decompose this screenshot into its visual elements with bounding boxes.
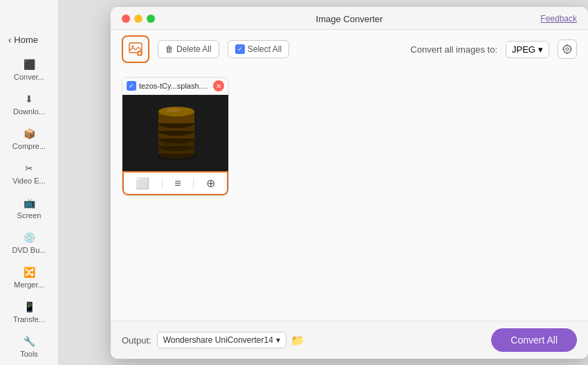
select-all-button[interactable]: ✓ Select All (228, 40, 289, 58)
tools-icon: 🔧 (22, 335, 36, 348)
window-controls (122, 15, 155, 23)
image-action-bar: ⬜ ≡ ⊕ (122, 171, 228, 195)
chevron-down-icon: ▾ (538, 44, 543, 55)
browse-folder-icon[interactable]: 📁 (291, 334, 304, 347)
divider (193, 178, 194, 189)
titlebar: Image Converter Feedback (111, 7, 588, 30)
divider (162, 178, 163, 189)
sidebar-item-home[interactable]: ‹ Home (0, 28, 58, 52)
sidebar-item-dvd[interactable]: 💿 DVD Bu... (0, 225, 58, 260)
convert-all-button[interactable]: Convert All (491, 328, 577, 352)
toolbar: 🗑 Delete All ✓ Select All Convert all im… (111, 30, 588, 69)
svg-point-25 (167, 108, 181, 112)
minimize-button[interactable] (134, 15, 143, 23)
image-converter-modal: Image Converter Feedback 🗑 Delete All ✓ (111, 7, 588, 359)
footer: Output: Wondershare UniConverter14 ▾ 📁 C… (111, 321, 588, 359)
dvd-icon: 💿 (22, 231, 36, 244)
crop-icon[interactable]: ⬜ (136, 177, 149, 190)
select-all-checkbox: ✓ (235, 44, 245, 54)
list-icon[interactable]: ≡ (174, 177, 181, 190)
sidebar-item-merger[interactable]: 🔀 Merger... (0, 260, 58, 294)
sidebar-item-screen[interactable]: 📺 Screen (0, 190, 58, 225)
coin-preview-image (149, 104, 204, 163)
output-path-selector[interactable]: Wondershare UniConverter14 ▾ (157, 332, 286, 348)
file-checkbox[interactable]: ✓ (127, 81, 136, 91)
remove-image-button[interactable]: ✕ (213, 80, 224, 91)
home-icon: ‹ (8, 35, 11, 45)
delete-all-button[interactable]: 🗑 Delete All (158, 40, 219, 58)
filename-label: tezos-tCy...splash.jpg (139, 82, 210, 90)
merger-icon: 🔀 (22, 265, 36, 279)
screen-icon: 📺 (22, 196, 36, 210)
close-button[interactable] (122, 15, 130, 23)
video-edit-icon: ✂ (22, 161, 36, 175)
add-image-button[interactable] (122, 35, 149, 63)
format-dropdown[interactable]: JPEG ▾ (506, 41, 549, 58)
main-area: Image Converter Feedback 🗑 Delete All ✓ (59, 0, 588, 365)
sidebar-item-tools[interactable]: 🔧 Tools (0, 329, 58, 364)
sidebar-item-download[interactable]: ⬇ Downlo... (0, 87, 58, 121)
svg-point-1 (132, 46, 134, 48)
trash-icon: 🗑 (165, 44, 174, 54)
image-item-card: ✓ tezos-tCy...splash.jpg ✕ (122, 77, 229, 196)
convert-icon: ⬛ (22, 57, 36, 71)
output-label: Output: (122, 335, 151, 346)
download-icon: ⬇ (22, 92, 36, 106)
maximize-button[interactable] (147, 15, 155, 23)
transfer-icon: 📱 (22, 300, 36, 314)
svg-point-4 (566, 48, 569, 51)
chevron-down-icon: ▾ (276, 335, 280, 345)
svg-point-3 (564, 46, 571, 53)
zoom-icon[interactable]: ⊕ (206, 177, 215, 190)
sidebar-item-video-edit[interactable]: ✂ Video E... (0, 156, 58, 190)
content-area: ✓ tezos-tCy...splash.jpg ✕ (111, 69, 588, 321)
format-settings-button[interactable] (558, 39, 577, 59)
compress-icon: 📦 (22, 127, 36, 141)
feedback-link[interactable]: Feedback (540, 14, 577, 24)
image-card-header: ✓ tezos-tCy...splash.jpg ✕ (122, 78, 228, 95)
home-label: Home (14, 35, 38, 45)
sidebar-item-convert[interactable]: ⬛ Conver... (0, 52, 58, 87)
image-preview (122, 95, 229, 171)
sidebar: ‹ Home ⬛ Conver... ⬇ Downlo... 📦 Compre.… (0, 0, 59, 365)
convert-format-label: Convert all images to: (410, 44, 497, 55)
sidebar-item-compress[interactable]: 📦 Compre... (0, 121, 58, 156)
sidebar-item-transfer[interactable]: 📱 Transfe... (0, 294, 58, 329)
modal-title: Image Converter (316, 14, 383, 24)
